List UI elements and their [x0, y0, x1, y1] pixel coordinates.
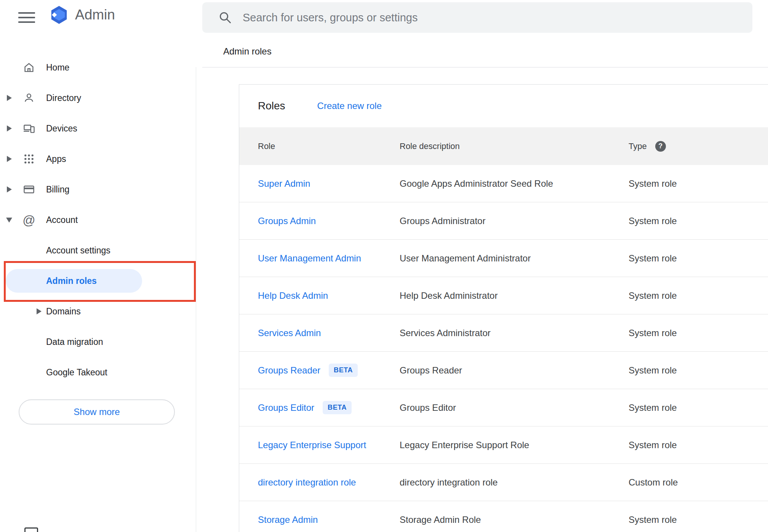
search-icon	[218, 11, 232, 24]
sidebar-item-billing[interactable]: Billing	[0, 174, 196, 205]
sidebar-item-directory[interactable]: Directory	[0, 83, 196, 113]
chevron-right-icon	[7, 156, 12, 162]
menu-icon[interactable]	[18, 11, 35, 24]
role-type: Custom role	[629, 477, 768, 488]
sidebar-item-home[interactable]: Home	[0, 52, 196, 83]
sidebar-item-label: Admin roles	[46, 276, 97, 286]
beta-badge: BETA	[323, 401, 352, 414]
sidebar-item-account[interactable]: @ Account	[0, 205, 196, 235]
chevron-right-icon	[7, 95, 12, 101]
at-icon: @	[18, 214, 40, 226]
show-more-button[interactable]: Show more	[19, 399, 175, 425]
search-bar[interactable]	[202, 2, 752, 33]
role-link[interactable]: Groups Reader	[258, 365, 320, 376]
table-row: Groups Admin Groups Administrator System…	[239, 202, 768, 240]
chevron-right-icon	[7, 125, 12, 131]
role-type: System role	[629, 253, 768, 264]
role-description: Groups Editor	[400, 402, 629, 413]
sidebar-item-google-takeout[interactable]: Google Takeout	[0, 357, 196, 388]
sidebar-item-devices[interactable]: Devices	[0, 113, 196, 144]
role-type: System role	[629, 514, 768, 525]
role-link[interactable]: User Management Admin	[258, 253, 361, 264]
card-title: Roles	[258, 100, 285, 112]
column-header-type: Type	[629, 141, 647, 151]
table-row: directory integration role directory int…	[239, 464, 768, 501]
sidebar-item-label: Billing	[46, 184, 69, 195]
sidebar-item-apps[interactable]: Apps	[0, 144, 196, 174]
table-row: Storage Admin Storage Admin Role System …	[239, 501, 768, 532]
sidebar-item-label: Data migration	[46, 337, 103, 347]
billing-card-icon	[18, 183, 40, 195]
sidebar-item-label: Home	[46, 62, 69, 73]
column-header-description: Role description	[400, 141, 629, 151]
role-type: System role	[629, 290, 768, 301]
table-row: Super Admin Google Apps Administrator Se…	[239, 165, 768, 202]
sidebar-item-label: Account	[46, 215, 78, 225]
sidebar-item-label: Apps	[46, 154, 66, 164]
role-link[interactable]: Storage Admin	[258, 514, 318, 525]
admin-logo[interactable]: Admin	[49, 5, 115, 25]
role-type: System role	[629, 440, 768, 450]
table-row: Legacy Enterprise Support Legacy Enterpr…	[239, 426, 768, 464]
role-description: Google Apps Administrator Seed Role	[400, 178, 629, 189]
sidebar-item-label: Google Takeout	[46, 367, 107, 378]
sidebar-item-admin-roles[interactable]: Admin roles	[0, 266, 196, 296]
table-row: Groups Editor BETA Groups Editor System …	[239, 389, 768, 426]
role-type: System role	[629, 178, 768, 189]
role-type: System role	[629, 402, 768, 413]
role-type: System role	[629, 216, 768, 226]
roles-card: Roles Create new role Role Role descript…	[239, 84, 768, 532]
table-row: User Management Admin User Management Ad…	[239, 240, 768, 277]
role-link[interactable]: Groups Editor	[258, 402, 314, 413]
table-row: Groups Reader BETA Groups Reader System …	[239, 352, 768, 389]
home-icon	[18, 61, 40, 74]
admin-logo-text: Admin	[75, 7, 115, 23]
sidebar-item-data-migration[interactable]: Data migration	[0, 327, 196, 357]
support-icon[interactable]	[24, 527, 38, 532]
chevron-right-icon	[7, 186, 12, 192]
create-new-role-link[interactable]: Create new role	[317, 101, 382, 111]
chevron-down-icon	[6, 218, 12, 223]
role-link[interactable]: directory integration role	[258, 477, 356, 488]
apps-grid-icon	[18, 153, 40, 165]
sidebar-item-domains[interactable]: Domains	[0, 296, 196, 327]
sidebar-divider	[196, 67, 196, 532]
roles-table-body: Super Admin Google Apps Administrator Se…	[239, 165, 768, 532]
card-header: Roles Create new role	[239, 85, 768, 127]
devices-icon	[18, 122, 40, 135]
sidebar-item-label: Domains	[46, 306, 81, 317]
person-icon	[18, 92, 40, 104]
table-row: Help Desk Admin Help Desk Administrator …	[239, 277, 768, 314]
table-header-row: Role Role description Type ?	[239, 127, 768, 165]
role-description: directory integration role	[400, 477, 629, 488]
header-divider	[202, 67, 768, 67]
column-header-role: Role	[258, 141, 400, 151]
search-input[interactable]	[242, 11, 752, 24]
role-description: Legacy Enterprise Support Role	[400, 440, 629, 450]
breadcrumb: Admin roles	[223, 46, 272, 57]
role-type: System role	[629, 365, 768, 376]
role-description: Groups Reader	[400, 365, 629, 376]
role-link[interactable]: Services Admin	[258, 328, 321, 338]
beta-badge: BETA	[329, 364, 358, 377]
role-link[interactable]: Groups Admin	[258, 216, 316, 226]
role-link[interactable]: Super Admin	[258, 178, 310, 189]
admin-logo-icon	[49, 5, 69, 25]
help-icon[interactable]: ?	[655, 141, 666, 152]
role-description: Groups Administrator	[400, 216, 629, 226]
sidebar-item-label: Directory	[46, 93, 81, 103]
role-description: User Management Administrator	[400, 253, 629, 264]
sidebar-item-account-settings[interactable]: Account settings	[0, 235, 196, 266]
table-row: Services Admin Services Administrator Sy…	[239, 314, 768, 352]
chevron-right-icon	[37, 308, 42, 314]
role-description: Help Desk Administrator	[400, 290, 629, 301]
role-type: System role	[629, 328, 768, 338]
role-description: Services Administrator	[400, 328, 629, 338]
sidebar-item-label: Account settings	[46, 245, 110, 256]
sidebar: Admin Home Directory	[0, 0, 196, 532]
role-description: Storage Admin Role	[400, 514, 629, 525]
role-link[interactable]: Help Desk Admin	[258, 290, 328, 301]
sidebar-nav: Home Directory Devices	[0, 52, 196, 388]
sidebar-item-label: Devices	[46, 123, 77, 134]
role-link[interactable]: Legacy Enterprise Support	[258, 440, 366, 450]
